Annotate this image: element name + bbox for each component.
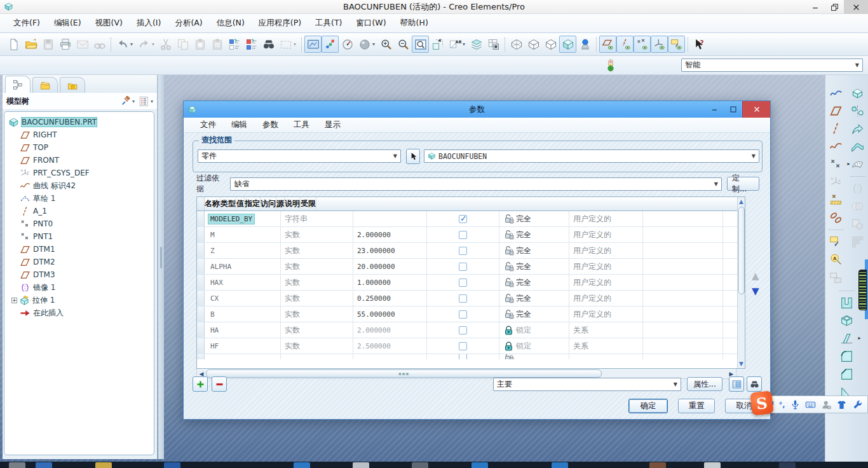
row-handle[interactable] — [197, 306, 205, 322]
taskbar-icon[interactable] — [353, 462, 369, 468]
param-row-m[interactable]: M 实数 2.000000 完全 用户定义的 — [197, 227, 737, 243]
menu-insert[interactable]: 插入(I) — [130, 15, 168, 31]
designate-checkbox[interactable] — [459, 247, 467, 255]
dialog-menu-edit[interactable]: 编辑 — [224, 118, 255, 132]
find-parameter-button[interactable] — [747, 376, 762, 392]
minimize-button[interactable] — [806, 0, 825, 14]
datum-axis-tool-button[interactable] — [827, 120, 845, 137]
customize-button[interactable]: 定制... — [727, 177, 759, 191]
vertical-scrollbar[interactable]: ▲ ▼ — [737, 197, 745, 368]
view-manager-button[interactable] — [485, 36, 502, 53]
microphone-icon[interactable] — [790, 399, 801, 410]
scroll-up-arrow[interactable]: ▲ — [739, 197, 743, 206]
cut-button[interactable] — [157, 36, 174, 53]
tree-item-top[interactable]: + TOP — [6, 141, 153, 154]
menu-help[interactable]: 帮助(H) — [393, 15, 435, 31]
row-handle[interactable] — [197, 291, 205, 306]
csys-tool-button[interactable] — [827, 173, 845, 191]
tree-item-right[interactable]: + RIGHT — [6, 128, 153, 141]
account-icon[interactable] — [821, 399, 832, 410]
tree-item-dtm1[interactable]: + DTM1 — [6, 243, 153, 256]
col-value[interactable]: 值 — [236, 197, 245, 210]
datum-plane-tool-button[interactable] — [827, 102, 845, 120]
menu-tools[interactable]: 工具(T) — [308, 15, 349, 31]
email-link-button[interactable] — [91, 36, 108, 53]
param-row-modeled-by[interactable]: MODELED_BY 字符串 完全 用户定义的 — [197, 211, 737, 227]
row-handle[interactable] — [197, 211, 205, 226]
param-row-hf[interactable]: HF 实数 2.500000 锁定 关系 — [197, 338, 737, 354]
chain-tool-button[interactable] — [827, 209, 845, 226]
datum-point-tool-button[interactable] — [827, 155, 845, 173]
expand-icon[interactable]: + — [11, 298, 17, 303]
menu-applications[interactable]: 应用程序(P) — [252, 15, 308, 31]
menu-file[interactable]: 文件(F) — [6, 15, 47, 31]
designate-checkbox[interactable] — [459, 342, 467, 350]
tree-item-front[interactable]: + FRONT — [6, 154, 153, 167]
sogou-logo[interactable]: S — [750, 390, 774, 415]
sweep-tool-button[interactable] — [849, 120, 867, 137]
menu-edit[interactable]: 编辑(E) — [47, 15, 88, 31]
tree-item-pnt0[interactable]: + PNT0 — [6, 217, 153, 230]
tree-item-dtm2[interactable]: + DTM2 — [6, 256, 153, 268]
copy-button[interactable] — [174, 36, 191, 53]
graphics-area[interactable]: 模型树 + BAOCUNFUBEN.PRT + RIGHT + — [0, 75, 868, 462]
paste-button[interactable] — [191, 36, 208, 53]
col-restricted[interactable]: 受限 — [301, 197, 316, 210]
orient-mode-button[interactable] — [339, 36, 356, 53]
dialog-close-button[interactable] — [742, 101, 770, 118]
tree-item-baocunfuben-prt[interactable]: + BAOCUNFUBEN.PRT — [6, 116, 153, 128]
paste-special-button[interactable] — [208, 36, 226, 53]
designate-checkbox[interactable] — [459, 215, 467, 223]
mirror-tool-button[interactable] — [849, 179, 867, 197]
tree-item-extrude-1[interactable]: + 拉伸 1 — [6, 294, 153, 306]
tab-model-tree[interactable] — [5, 76, 31, 93]
panel-splitter[interactable] — [158, 75, 164, 459]
zoom-in-button[interactable] — [377, 36, 395, 53]
datum-axes-toggle[interactable] — [616, 36, 634, 53]
tree-item-insert-here[interactable]: + 在此插入 — [6, 306, 153, 319]
designate-checkbox[interactable] — [459, 231, 467, 239]
scroll-indicator[interactable] — [858, 270, 867, 310]
delete-parameter-button[interactable] — [212, 376, 227, 392]
undo-button[interactable] — [114, 36, 135, 53]
col-name[interactable]: 名称 — [205, 197, 220, 210]
designate-checkbox[interactable] — [459, 354, 467, 359]
revolve-tool-button[interactable] — [849, 102, 867, 120]
draft-tool-button[interactable] — [838, 329, 856, 347]
param-row-hax[interactable]: HAX 实数 1.000000 完全 用户定义的 — [197, 275, 737, 291]
tree-item-a1[interactable]: + A_1 — [6, 205, 153, 217]
param-row-ha[interactable]: HA 实数 2.000000 锁定 关系 — [197, 322, 737, 338]
taskbar-icon[interactable] — [164, 462, 180, 468]
taskbar-icon[interactable] — [412, 462, 428, 468]
param-row-alpha[interactable]: ALPHA 实数 20.000000 完全 用户定义的 — [197, 259, 737, 275]
shell-tool-button[interactable] — [838, 312, 856, 329]
round-tool-button[interactable] — [838, 347, 856, 365]
lookin-scope-combo[interactable]: 零件 ▼ — [198, 149, 401, 163]
selection-filter-combo[interactable]: 智能 ▼ — [681, 59, 863, 72]
designate-checkbox[interactable] — [459, 326, 467, 334]
col-source[interactable]: 源 — [276, 197, 285, 210]
param-row-z[interactable]: Z 实数 23.000000 完全 用户定义的 — [197, 243, 737, 259]
menu-info[interactable]: 信息(N) — [210, 15, 252, 31]
row-handle[interactable] — [197, 275, 205, 290]
enhanced-realism-button[interactable] — [576, 36, 593, 53]
row-handle[interactable] — [197, 322, 205, 338]
tab-folder-browser[interactable] — [32, 77, 58, 93]
shade-quality-button[interactable] — [356, 36, 377, 53]
restore-button[interactable] — [825, 0, 844, 14]
param-row-cx[interactable]: CX 实数 0.250000 完全 用户定义的 — [197, 291, 737, 306]
dialog-minimize-button[interactable] — [705, 101, 724, 118]
tree-item-sketch-1[interactable]: + 草绘 1 — [6, 192, 153, 205]
datum-csys-toggle[interactable] — [651, 36, 668, 53]
find-button[interactable] — [260, 36, 277, 53]
sketch-tool-button[interactable] — [827, 84, 845, 102]
zoom-out-button[interactable] — [395, 36, 412, 53]
pattern-tool-button[interactable] — [849, 233, 867, 251]
offset-points-button[interactable] — [827, 191, 845, 209]
shaded-button[interactable] — [559, 36, 576, 53]
move-row-down-button[interactable]: ▼ — [752, 287, 759, 296]
wireframe-button[interactable] — [508, 36, 525, 53]
menu-analysis[interactable]: 分析(A) — [168, 15, 209, 31]
refit-button[interactable] — [412, 36, 429, 53]
annotation-tool-button[interactable] — [827, 233, 845, 251]
